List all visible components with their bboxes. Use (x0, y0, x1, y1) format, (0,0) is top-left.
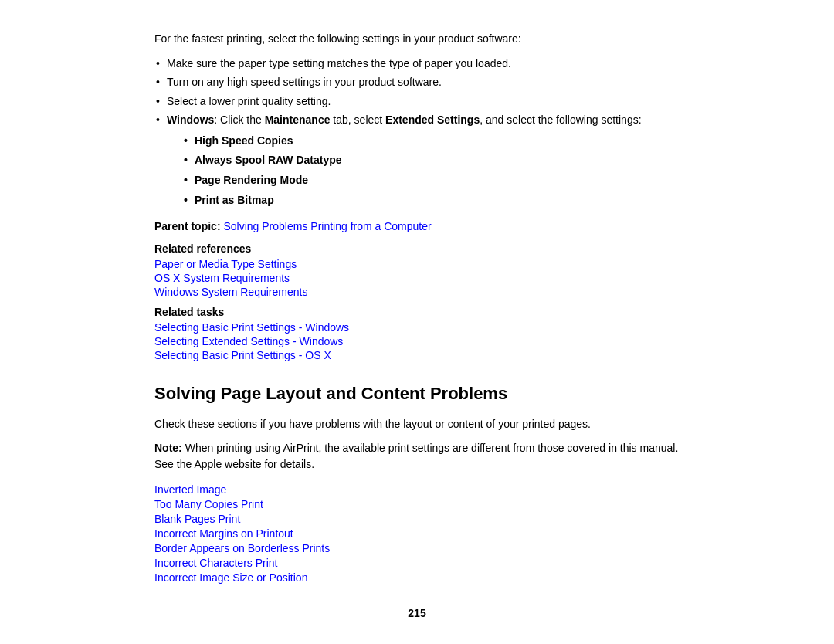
sub-bullet-2: Always Spool RAW Datatype (182, 151, 680, 170)
blank-pages-link[interactable]: Blank Pages Print (154, 513, 680, 525)
tab-text: tab, select (330, 114, 385, 126)
related-tasks-label: Related tasks (154, 306, 680, 318)
bullet-item-1: Make sure the paper type setting matches… (154, 55, 680, 72)
parent-topic-label: Parent topic: (154, 220, 221, 232)
sub-bullet-4: Print as Bitmap (182, 192, 680, 210)
bullet-item-windows: Windows: Click the Maintenance tab, sele… (154, 111, 680, 210)
sub-bullet-1: High Speed Copies (182, 132, 680, 151)
paper-media-link[interactable]: Paper or Media Type Settings (154, 258, 680, 270)
bullet-item-3: Select a lower print quality setting. (154, 93, 680, 110)
note-bold: Note: (154, 442, 182, 454)
incorrect-margins-link[interactable]: Incorrect Margins on Printout (154, 527, 680, 540)
sub-bullet-3: Page Rendering Mode (182, 171, 680, 190)
parent-topic-link[interactable]: Solving Problems Printing from a Compute… (223, 220, 431, 232)
sub-bullet-list: High Speed Copies Always Spool RAW Datat… (182, 132, 680, 210)
osx-requirements-link[interactable]: OS X System Requirements (154, 272, 680, 284)
incorrect-image-size-link[interactable]: Incorrect Image Size or Position (154, 571, 680, 584)
page-links-section: Inverted Image Too Many Copies Print Bla… (154, 483, 680, 584)
windows-suffix: , and select the following settings: (480, 114, 641, 126)
maintenance-label: Maintenance (265, 114, 331, 126)
page-container: For the fastest printing, select the fol… (0, 0, 834, 644)
page-number: 215 (154, 607, 680, 619)
extended-settings-windows-link[interactable]: Selecting Extended Settings - Windows (154, 335, 680, 347)
bullet-item-2: Turn on any high speed settings in your … (154, 73, 680, 90)
check-paragraph: Check these sections if you have problem… (154, 416, 680, 432)
too-many-copies-link[interactable]: Too Many Copies Print (154, 498, 680, 510)
related-references-links: Paper or Media Type Settings OS X System… (154, 258, 680, 298)
related-references-label: Related references (154, 242, 680, 255)
border-borderless-link[interactable]: Border Appears on Borderless Prints (154, 542, 680, 554)
inverted-image-link[interactable]: Inverted Image (154, 483, 680, 496)
content-area: For the fastest printing, select the fol… (154, 31, 680, 619)
basic-print-osx-link[interactable]: Selecting Basic Print Settings - OS X (154, 349, 680, 361)
section-heading: Solving Page Layout and Content Problems (154, 383, 680, 405)
incorrect-characters-link[interactable]: Incorrect Characters Print (154, 557, 680, 569)
note-paragraph: Note: When printing using AirPrint, the … (154, 440, 680, 473)
related-tasks-links: Selecting Basic Print Settings - Windows… (154, 321, 680, 361)
bullet-list: Make sure the paper type setting matches… (154, 55, 680, 210)
windows-requirements-link[interactable]: Windows System Requirements (154, 286, 680, 298)
intro-paragraph: For the fastest printing, select the fol… (154, 31, 680, 47)
note-text: When printing using AirPrint, the availa… (154, 442, 678, 470)
windows-label: Windows (167, 114, 214, 126)
basic-print-windows-link[interactable]: Selecting Basic Print Settings - Windows (154, 321, 680, 334)
parent-topic-line: Parent topic: Solving Problems Printing … (154, 218, 680, 235)
intro-text: For the fastest printing, select the fol… (154, 32, 521, 45)
extended-label: Extended Settings (385, 114, 480, 126)
windows-middle: : Click the (214, 114, 264, 126)
